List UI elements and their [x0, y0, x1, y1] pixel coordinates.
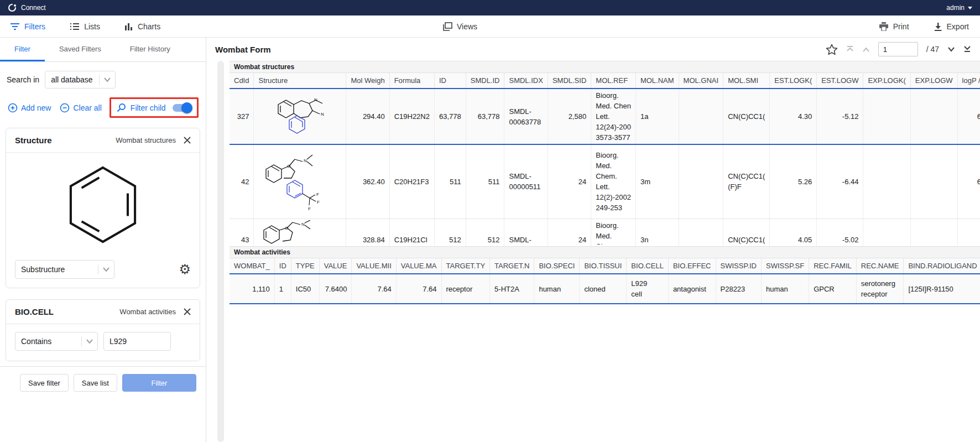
activities-header-row: WOMBAT_IDTYPEVALUEVALUE.MIIVALUE.MATARGE… [230, 258, 980, 274]
table-cell: 7.64 [352, 274, 396, 304]
record-total: / 47 [926, 45, 939, 54]
table-cell [863, 89, 910, 144]
structures-row[interactable]: 43 NO 328.84C19H21Cl512512SMDL-24Bioorg.… [230, 219, 980, 246]
column-header[interactable]: VALUE.MA [396, 258, 441, 274]
column-header[interactable]: Formula [389, 73, 434, 89]
nav-print[interactable]: Print [879, 22, 909, 31]
column-header[interactable]: SWISSP.ID [716, 258, 762, 274]
previous-record-icon[interactable] [862, 47, 870, 52]
column-header[interactable]: TARGET.N [490, 258, 534, 274]
cell-text: SMDL- [509, 236, 531, 244]
nav-filters-label: Filters [24, 22, 45, 31]
table-cell: NO FFF [254, 144, 346, 219]
nav-lists[interactable]: Lists [70, 22, 100, 31]
column-header[interactable]: TARGET.TY [441, 258, 490, 274]
column-header[interactable]: Structure [254, 73, 346, 89]
close-structure-filter-button[interactable] [184, 137, 191, 144]
table-cell: GPCR [809, 274, 857, 304]
database-select[interactable]: all database [45, 71, 116, 89]
close-biocell-filter-button[interactable] [184, 308, 191, 315]
column-header[interactable]: REC.NAME [856, 258, 904, 274]
column-header[interactable]: BIO.CELL [627, 258, 669, 274]
column-header[interactable]: BIO.TISSUI [580, 258, 627, 274]
tab-saved-filters[interactable]: Saved Filters [45, 38, 116, 61]
structures-header-row: CdIdStructureMol WeighFormulaIDSMDL.IDSM… [230, 73, 980, 89]
user-menu[interactable]: admin [946, 4, 972, 12]
minus-circle-icon [60, 103, 70, 113]
column-header[interactable]: Mol Weigh [346, 73, 389, 89]
column-header[interactable]: TYPE [291, 258, 319, 274]
form-scrollbar[interactable] [217, 61, 224, 442]
filter-child-toggle[interactable] [173, 104, 191, 112]
nav-views[interactable]: Views [442, 22, 477, 31]
column-header[interactable]: SMDL.IDX [504, 73, 548, 89]
clear-all-button[interactable]: Clear all [55, 100, 106, 116]
table-cell [679, 144, 723, 219]
column-header[interactable]: EST.LOGK( [770, 73, 817, 89]
structures-row[interactable]: 327 NN 294.40C19H22N263,77863,778SMDL- 0… [230, 89, 980, 144]
structures-row[interactable]: 42 NO FFF 362.40C20H21F3511511SMDL- 0000… [230, 144, 980, 219]
nav-charts[interactable]: Charts [124, 22, 160, 31]
cell-text: C20H21F3 [394, 178, 429, 186]
svg-text:O: O [285, 226, 288, 231]
save-list-button[interactable]: Save list [74, 374, 117, 392]
table-cell: Bioorg. Med. Chem. Lett. 12(2)-2002 249-… [591, 144, 636, 219]
column-header[interactable]: ID [274, 258, 291, 274]
table-cell [863, 144, 910, 219]
nav-filters[interactable]: Filters [10, 22, 45, 31]
cell-text: GPCR [814, 285, 835, 293]
last-record-icon[interactable] [963, 46, 971, 53]
column-header[interactable]: SWISSP.SF [762, 258, 809, 274]
column-header[interactable]: BIND.RADIOLIGAND [904, 258, 980, 274]
activities-row[interactable]: 1,1101IC507.64007.647.64receptor5-HT2Ahu… [230, 274, 980, 304]
table-cell: [125I]R-91150 [904, 274, 980, 304]
column-header[interactable]: MOL.SMI [723, 73, 770, 89]
tab-filter[interactable]: Filter [0, 38, 45, 61]
column-header[interactable]: CdId [230, 73, 254, 89]
chevron-down-icon [103, 267, 110, 272]
table-cell: SMDL- 00063778 [504, 89, 548, 144]
tab-filter-history[interactable]: Filter History [116, 38, 185, 61]
column-header[interactable]: SMDL.ID [466, 73, 504, 89]
filter-button[interactable]: Filter [122, 374, 196, 392]
column-header[interactable]: WOMBAT_ [230, 258, 274, 274]
nav-export[interactable]: Export [934, 22, 969, 31]
search-mode-select[interactable]: Substructure [15, 260, 114, 279]
column-header[interactable]: EXP.LOGW [910, 73, 957, 89]
column-header[interactable]: MOL.REF [591, 73, 636, 89]
cell-text: 327 [237, 112, 249, 121]
column-header[interactable]: SMDL.SID [548, 73, 591, 89]
nav-views-label: Views [457, 22, 477, 31]
column-header[interactable]: VALUE [319, 258, 352, 274]
add-new-button[interactable]: Add new [3, 100, 55, 116]
save-filter-button[interactable]: Save filter [20, 374, 69, 392]
structure-options-gear-icon[interactable]: ⚙ [179, 263, 191, 276]
table-cell: 512 [434, 219, 466, 246]
biocell-card-body: Contains [6, 324, 200, 361]
biocell-value-input[interactable] [103, 332, 171, 351]
column-header[interactable]: MOL.GNAI [679, 73, 723, 89]
column-header[interactable]: BIO.SPECI [534, 258, 580, 274]
table-cell: 68.46 [957, 89, 980, 144]
export-download-icon [934, 22, 942, 31]
column-header[interactable]: ID [434, 73, 466, 89]
cell-text: 512 [488, 236, 500, 244]
favorite-star-icon[interactable] [826, 44, 838, 55]
column-header[interactable]: VALUE.MII [352, 258, 396, 274]
record-number-input[interactable] [878, 42, 918, 56]
column-header[interactable]: MOL.NAM [635, 73, 679, 89]
cell-text: serotonerg receptor [861, 279, 895, 298]
column-header[interactable]: EXP.LOGK( [863, 73, 910, 89]
column-header[interactable]: EST.LOGW [817, 73, 863, 89]
column-header[interactable]: BIO.EFFEC [668, 258, 716, 274]
table-cell: 3m [635, 144, 679, 219]
svg-text:F: F [316, 192, 319, 197]
svg-text:N: N [301, 222, 305, 227]
first-record-icon[interactable] [846, 46, 854, 53]
biocell-card-title: BIO.CELL [15, 307, 54, 316]
column-header[interactable]: logP / MW [957, 73, 980, 89]
operator-select[interactable]: Contains [15, 332, 98, 351]
structure-editor-canvas[interactable] [6, 153, 200, 257]
column-header[interactable]: REC.FAMIL [809, 258, 857, 274]
next-record-icon[interactable] [947, 47, 955, 52]
